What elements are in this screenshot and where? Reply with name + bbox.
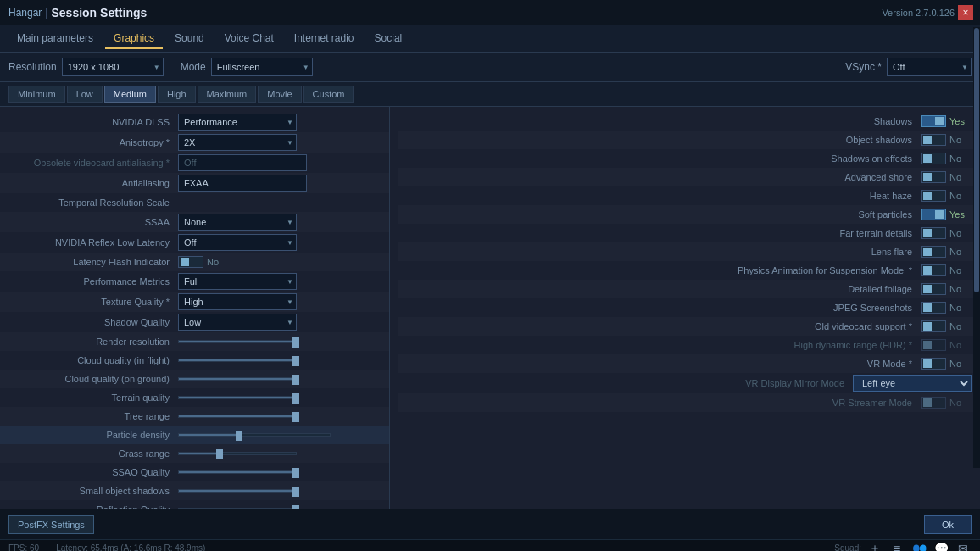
anisotropy-select[interactable]: 2X4X8X16X	[178, 134, 297, 151]
antialiasing-input[interactable]	[178, 175, 307, 192]
cloud-quality-flight-slider[interactable]	[178, 359, 297, 362]
squad-list-icon[interactable]: ≡	[888, 540, 905, 552]
setting-jpeg-screenshots: JPEG Screenshots No	[398, 298, 980, 317]
performance-metrics-select[interactable]: FullBasicOff	[178, 273, 297, 290]
ssaa-select[interactable]: None2X4X	[178, 214, 297, 231]
setting-grass-range: Grass range	[0, 444, 389, 463]
vr-mode-toggle[interactable]	[921, 358, 946, 370]
tab-main-parameters[interactable]: Main parameters	[8, 29, 102, 49]
heat-haze-toggle[interactable]	[921, 190, 946, 202]
scrollbar-thumb[interactable]	[974, 107, 979, 292]
hdr-toggle[interactable]	[921, 339, 946, 351]
separator: |	[45, 7, 47, 19]
setting-object-shadows: Object shadows No	[398, 131, 980, 149]
nvidia-reflex-select[interactable]: OffOnOn + Boost	[178, 234, 297, 251]
render-resolution-label: Render resolution	[8, 337, 178, 347]
squad-label: Squad:	[834, 543, 861, 551]
shadow-quality-select[interactable]: LowMediumHigh	[178, 314, 297, 331]
postfx-settings-button[interactable]: PostFX Settings	[8, 515, 94, 534]
quality-tab-custom[interactable]: Custom	[303, 86, 354, 103]
version-text: Version 2.7.0.126	[882, 8, 955, 18]
nvidia-dlss-control[interactable]: PerformanceQualityOff	[178, 114, 381, 131]
latency-flash-toggle[interactable]	[178, 256, 203, 268]
physics-animation-toggle[interactable]	[921, 264, 946, 276]
jpeg-screenshots-label: JPEG Screenshots	[407, 303, 921, 313]
squad-mail-icon[interactable]: ✉	[955, 540, 972, 552]
detailed-foliage-value: No	[949, 284, 961, 294]
terrain-quality-slider[interactable]	[178, 396, 297, 399]
squad-chat-icon[interactable]: 💬	[933, 540, 949, 552]
vr-mirror-select[interactable]: Left eyeRight eyeBoth	[853, 375, 972, 392]
tab-graphics[interactable]: Graphics	[105, 29, 163, 49]
physics-animation-label: Physics Animation for Suspension Model *	[407, 265, 921, 276]
setting-vr-streamer: VR Streamer Mode No	[398, 393, 980, 412]
vr-streamer-toggle[interactable]	[921, 397, 946, 409]
cloud-quality-ground-slider[interactable]	[178, 377, 297, 381]
object-shadows-value: No	[949, 135, 961, 145]
ok-button[interactable]: Ok	[924, 515, 972, 534]
resolution-group: Resolution 1920 x 1080 1280 x 720 2560 x…	[8, 58, 164, 76]
tab-sound[interactable]: Sound	[166, 29, 213, 49]
cloud-quality-flight-label: Cloud quality (in flight)	[8, 355, 178, 365]
vsync-select[interactable]: Off On	[887, 58, 972, 76]
ssao-quality-slider[interactable]	[178, 470, 297, 474]
tree-range-slider[interactable]	[178, 415, 297, 418]
tab-internet-radio[interactable]: Internet radio	[286, 29, 363, 49]
lens-flare-toggle[interactable]	[921, 246, 946, 258]
detailed-foliage-toggle[interactable]	[921, 283, 946, 295]
small-object-shadows-slider[interactable]	[178, 489, 297, 493]
shadows-effects-toggle[interactable]	[921, 153, 946, 164]
mode-label: Mode	[181, 61, 206, 73]
status-bar: FPS: 60 Latency: 65.4ms (A: 16.6ms R: 48…	[0, 539, 980, 551]
particle-density-slider[interactable]	[178, 433, 331, 437]
title-bar: Hangar | Session Settings Version 2.7.0.…	[0, 0, 980, 25]
quality-tab-maximum[interactable]: Maximum	[198, 86, 257, 103]
nvidia-dlss-select[interactable]: PerformanceQualityOff	[178, 114, 297, 131]
obsolete-antialiasing-input[interactable]	[178, 154, 307, 171]
quality-tab-medium[interactable]: Medium	[104, 86, 156, 103]
setting-shadows: Shadows Yes	[398, 112, 980, 131]
mode-select[interactable]: Fullscreen Windowed Borderless	[211, 58, 313, 76]
old-videocard-value: No	[949, 321, 961, 331]
vr-mode-label: VR Mode *	[407, 359, 921, 369]
setting-obsolete-antialiasing: Obsolete videocard antialiasing *	[0, 153, 389, 173]
quality-tab-minimum[interactable]: Minimum	[8, 86, 65, 103]
setting-cloud-quality-flight: Cloud quality (in flight)	[0, 351, 389, 370]
fps-display: FPS: 60	[8, 543, 39, 551]
setting-tree-range: Tree range	[0, 407, 389, 426]
quality-tab-movie[interactable]: Movie	[258, 86, 301, 103]
old-videocard-toggle[interactable]	[921, 320, 946, 332]
temporal-resolution-label: Temporal Resolution Scale	[8, 198, 178, 208]
particle-density-label: Particle density	[8, 430, 178, 440]
mode-select-wrapper[interactable]: Fullscreen Windowed Borderless	[211, 58, 313, 76]
object-shadows-toggle[interactable]	[921, 134, 946, 146]
resolution-select[interactable]: 1920 x 1080 1280 x 720 2560 x 1440	[62, 58, 164, 76]
quality-tab-high[interactable]: High	[158, 86, 196, 103]
resolution-select-wrapper[interactable]: 1920 x 1080 1280 x 720 2560 x 1440	[62, 58, 164, 76]
squad-area: Squad: ＋ ≡ 👥 💬 ✉	[834, 540, 972, 552]
terrain-quality-label: Terrain quality	[8, 392, 178, 403]
soft-particles-toggle[interactable]	[921, 209, 946, 220]
render-resolution-slider[interactable]	[178, 340, 297, 343]
vsync-select-wrapper[interactable]: Off On	[887, 58, 972, 76]
setting-vr-mirror: VR Display Mirror Mode Left eyeRight eye…	[398, 373, 980, 393]
texture-quality-select[interactable]: HighMediumLow	[178, 293, 297, 310]
far-terrain-toggle[interactable]	[921, 227, 946, 239]
setting-physics-animation: Physics Animation for Suspension Model *…	[398, 261, 980, 280]
anisotropy-label: Anisotropy *	[8, 137, 178, 147]
advanced-shore-toggle[interactable]	[921, 171, 946, 183]
grass-range-slider[interactable]	[178, 452, 297, 455]
tab-social[interactable]: Social	[366, 29, 411, 49]
hangar-link[interactable]: Hangar	[8, 7, 42, 19]
tab-voice-chat[interactable]: Voice Chat	[216, 29, 282, 49]
jpeg-screenshots-toggle[interactable]	[921, 302, 946, 314]
close-button[interactable]: ×	[958, 5, 973, 20]
quality-tab-low[interactable]: Low	[67, 86, 103, 103]
soft-particles-value: Yes	[949, 209, 965, 220]
cloud-quality-ground-label: Cloud quality (on ground)	[8, 374, 178, 384]
shadows-toggle[interactable]	[921, 115, 946, 127]
squad-group-icon[interactable]: 👥	[910, 540, 927, 552]
lens-flare-value: No	[949, 247, 961, 257]
squad-add-icon[interactable]: ＋	[866, 540, 883, 552]
setting-old-videocard: Old videocard support * No	[398, 317, 980, 336]
